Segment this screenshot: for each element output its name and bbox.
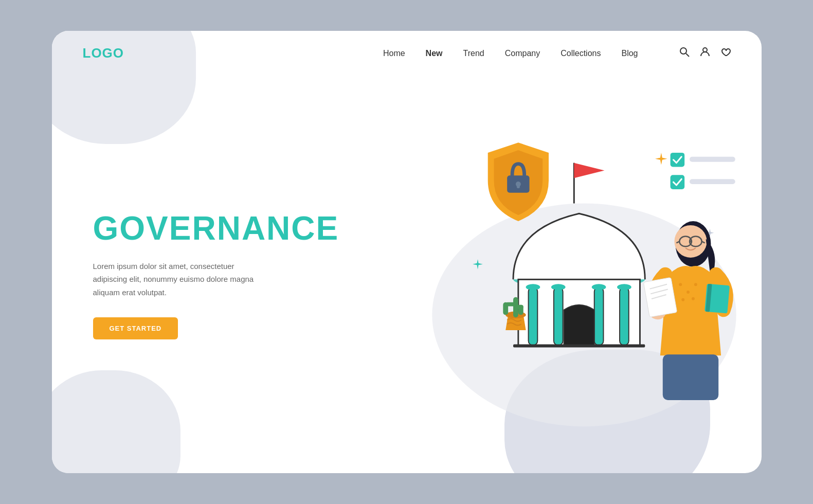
svg-rect-10 <box>528 287 537 345</box>
heart-icon[interactable] <box>720 47 731 60</box>
svg-rect-43 <box>643 277 677 317</box>
svg-point-38 <box>694 283 697 286</box>
svg-point-16 <box>591 284 606 290</box>
svg-point-40 <box>691 297 694 300</box>
illustration <box>407 76 762 473</box>
main-content: GOVERNANCE Lorem ipsum dolor sit amet, c… <box>52 76 762 473</box>
svg-rect-41 <box>662 354 718 400</box>
nav-home[interactable]: Home <box>383 49 405 58</box>
main-card: LOGO Home New Trend Company Collections … <box>52 31 762 473</box>
svg-rect-24 <box>515 305 523 309</box>
svg-point-17 <box>617 284 631 290</box>
page-title: GOVERNANCE <box>93 209 366 247</box>
nav-new[interactable]: New <box>426 49 443 58</box>
logo: LOGO <box>83 45 124 61</box>
svg-rect-25 <box>670 153 684 167</box>
svg-rect-27 <box>670 175 684 189</box>
get-started-button[interactable]: GET STARTED <box>93 317 178 339</box>
search-icon[interactable] <box>679 47 690 60</box>
svg-point-14 <box>526 284 540 290</box>
svg-point-39 <box>681 298 684 301</box>
navbar: LOGO Home New Trend Company Collections … <box>52 31 762 76</box>
svg-rect-6 <box>516 184 519 188</box>
svg-point-36 <box>679 283 682 286</box>
hero-description: Lorem ipsum dolor sit amet, consectetuer… <box>93 260 258 299</box>
svg-rect-11 <box>553 287 563 345</box>
svg-point-0 <box>680 48 686 54</box>
right-section <box>407 76 762 473</box>
svg-rect-18 <box>513 345 645 348</box>
svg-rect-28 <box>690 179 735 184</box>
svg-rect-12 <box>594 287 603 345</box>
svg-point-2 <box>703 48 707 52</box>
user-icon[interactable] <box>700 47 710 60</box>
nav-trend[interactable]: Trend <box>463 49 484 58</box>
svg-point-37 <box>686 291 690 294</box>
nav-links: Home New Trend Company Collections Blog <box>383 49 638 58</box>
svg-rect-26 <box>690 157 735 162</box>
svg-point-15 <box>551 284 565 290</box>
nav-collections[interactable]: Collections <box>561 49 601 58</box>
nav-icon-group <box>679 47 731 60</box>
svg-rect-13 <box>620 287 629 345</box>
svg-rect-23 <box>505 302 516 307</box>
svg-line-1 <box>686 53 689 57</box>
nav-blog[interactable]: Blog <box>621 49 638 58</box>
left-section: GOVERNANCE Lorem ipsum dolor sit amet, c… <box>52 76 407 473</box>
nav-company[interactable]: Company <box>505 49 540 58</box>
